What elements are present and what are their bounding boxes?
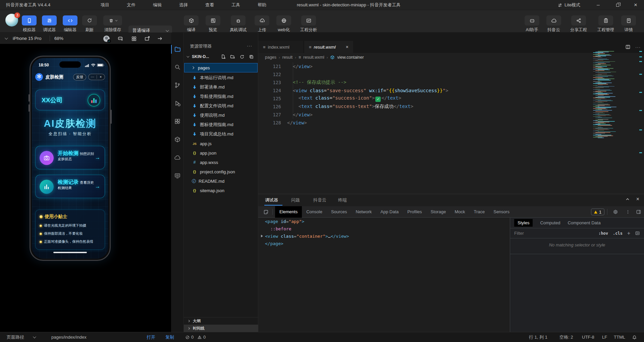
file-item[interactable]: {}sitemap.json [184, 186, 258, 195]
more-button[interactable]: ··· [89, 74, 97, 80]
panel-tab-terminal[interactable]: 终端 [338, 194, 347, 206]
user-avatar[interactable]: 3 [5, 14, 18, 26]
close-miniapp-button[interactable]: × [97, 74, 105, 80]
bell-icon[interactable] [632, 335, 637, 340]
toolbar-share-button[interactable]: 分享工程 [568, 15, 589, 33]
menu-item[interactable]: 查看 [205, 0, 214, 10]
toolbar-simulator-button[interactable]: 模拟器 [19, 15, 39, 33]
warning-count[interactable]: 0 [203, 332, 206, 342]
grid-layout-icon[interactable] [130, 35, 138, 42]
extensions-icon[interactable] [173, 117, 181, 125]
file-item[interactable]: 项目完成总结.md [184, 129, 258, 139]
remote-monitor-icon[interactable] [173, 172, 181, 180]
toolbar-preview-button[interactable]: 预览 [203, 15, 223, 33]
devtools-tab-app-data[interactable]: App Data [376, 206, 403, 218]
lite-mode-toggle[interactable]: Lite模式 [557, 0, 580, 10]
breadcrumb-file[interactable]: result.wxml [303, 55, 324, 60]
search-icon[interactable] [173, 63, 181, 71]
new-style-rule-icon[interactable]: + [627, 230, 630, 236]
timeline-section[interactable]: 时间线 [184, 325, 258, 332]
warning-count-badge[interactable]: 1 [591, 209, 604, 215]
devtools-tab-sensors[interactable]: Sensors [489, 206, 514, 218]
outline-section[interactable]: 大纲 [184, 317, 258, 325]
error-count[interactable]: 0 [191, 332, 194, 342]
douyin-account-icon[interactable]: ♪ [103, 35, 110, 42]
run-debug-icon[interactable] [173, 99, 181, 107]
file-item[interactable]: 使用说明.md [184, 111, 258, 120]
menu-item[interactable]: 文件 [127, 0, 136, 10]
file-item[interactable]: 图标使用指南.md [184, 120, 258, 129]
devtools-tab-console[interactable]: Console [302, 206, 327, 218]
restore-button[interactable] [612, 0, 623, 10]
collapse-panel-icon[interactable] [625, 196, 630, 202]
toggle-sidebar-icon[interactable] [635, 231, 640, 236]
chevron-down-icon[interactable] [5, 36, 8, 40]
zoom-level[interactable]: 68% [54, 33, 63, 44]
style-filter-input[interactable]: Filter [514, 231, 524, 236]
device-selector[interactable]: iPhone 15 Pro [13, 33, 42, 44]
copy-path-button[interactable]: 复制 [165, 332, 174, 342]
new-folder-icon[interactable] [229, 54, 235, 60]
indentation[interactable]: 空格: 2 [559, 332, 573, 342]
devtools-tab-profiles[interactable]: Profiles [403, 206, 426, 218]
devtools-dock-icon[interactable] [635, 209, 642, 215]
toolbar-debugger-button[interactable]: 调试器 [39, 15, 59, 33]
file-item[interactable]: JSapp.js [184, 139, 258, 148]
tab-result-wxml[interactable]: ≡ result.wxml × [304, 41, 353, 53]
devtools-tab-elements[interactable]: Elements [275, 206, 302, 218]
file-item[interactable]: 配置文件说明.md [184, 101, 258, 111]
devtools-tab-mock[interactable]: Mock [450, 206, 469, 218]
minimize-button[interactable] [592, 0, 604, 10]
more-actions-icon[interactable]: ··· [247, 42, 252, 51]
breadcrumb-pages[interactable]: pages [265, 55, 276, 60]
cursor-position[interactable]: 行 1, 列 1 [529, 332, 547, 342]
dom-node[interactable]: ::before [258, 225, 510, 232]
refresh-explorer-icon[interactable] [239, 54, 245, 60]
close-tab-icon[interactable]: × [346, 44, 348, 50]
start-detect-button[interactable]: 开始检测拍照识别皮肤状态 → [35, 146, 105, 169]
toolbar-web-button[interactable]: web化 [274, 15, 294, 33]
panel-tab-problems[interactable]: 问题 [291, 194, 300, 206]
styles-tab[interactable]: Styles [514, 219, 533, 227]
toolbar-cloud-button[interactable]: 抖音云 [544, 15, 564, 33]
devtools-tab-sources[interactable]: Sources [327, 206, 352, 218]
arrow-right-icon[interactable] [156, 35, 164, 42]
toolbar-refresh-button[interactable]: 刷新 [79, 15, 100, 33]
screenshot-icon[interactable] [144, 35, 151, 42]
dom-node[interactable]: </page> [258, 240, 510, 247]
dom-node[interactable]: <page id="app"> [258, 218, 510, 225]
toolbar-clear-cache-button[interactable]: 清除缓存 [101, 15, 125, 33]
devtools-tab-trace[interactable]: Trace [469, 206, 489, 218]
pseudo-state-toggle[interactable]: :hov [598, 231, 608, 236]
file-item[interactable]: #app.wxss [184, 158, 258, 167]
cloud-services-icon[interactable] [173, 154, 181, 162]
devtools-settings-icon[interactable] [612, 209, 619, 215]
open-path-button[interactable]: 打开 [147, 332, 155, 342]
menu-item[interactable]: 项目 [101, 0, 109, 10]
menu-item[interactable]: 工具 [231, 0, 240, 10]
breadcrumb-result[interactable]: result [282, 55, 293, 60]
close-window-button[interactable]: × [630, 0, 641, 10]
file-item[interactable]: {}project.config.json [184, 167, 258, 176]
new-file-icon[interactable] [220, 54, 226, 60]
devtools-tab-network[interactable]: Network [352, 206, 376, 218]
eol[interactable]: LF [602, 332, 607, 342]
devtools-tab-storage[interactable]: Storage [426, 206, 450, 218]
computed-tab[interactable]: Computed [540, 220, 560, 225]
feedback-button[interactable]: 反馈 [73, 74, 86, 80]
toolbar-project-manage-button[interactable]: 工程管理 [595, 15, 616, 33]
panel-tab-debugger[interactable]: 调试器 [265, 194, 278, 206]
toolbar-upload-button[interactable]: 上传 [252, 15, 272, 33]
elements-tree[interactable]: <page id="app">::before<view class="cont… [258, 218, 510, 247]
file-item[interactable]: 本地运行说明.md [184, 73, 258, 82]
dom-node[interactable]: <view class="container">…</view> [258, 232, 510, 240]
file-item[interactable]: 导航使用指南.md [184, 92, 258, 101]
file-item[interactable]: iREADME.md [184, 176, 258, 186]
close-panel-icon[interactable]: × [636, 196, 639, 202]
component-market-icon[interactable] [173, 135, 181, 144]
file-item[interactable]: 部署清单.md [184, 82, 258, 92]
menu-item[interactable]: 选择 [179, 0, 188, 10]
minimap[interactable] [592, 42, 636, 182]
chevron-down-icon[interactable] [33, 335, 36, 338]
expand-arrow-icon[interactable] [261, 235, 263, 237]
